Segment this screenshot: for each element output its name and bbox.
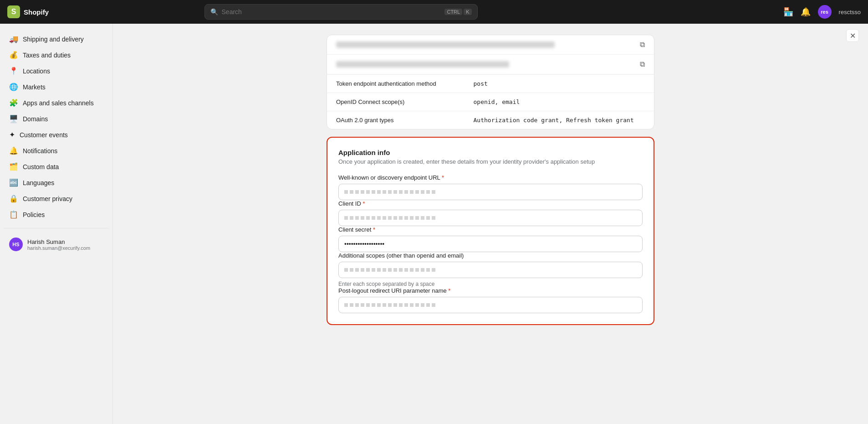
user-name: Harish Suman xyxy=(27,238,90,245)
app-info-subtitle: Once your application is created, enter … xyxy=(338,158,643,165)
sidebar-item-customer-privacy[interactable]: 🔒 Customer privacy xyxy=(4,191,109,207)
close-button[interactable]: ✕ xyxy=(846,29,859,42)
field-label-client-secret: Client secret * xyxy=(338,226,643,233)
field-input-discovery-url[interactable] xyxy=(338,184,643,200)
field-group-post-logout-uri: Post-logout redirect URI parameter name … xyxy=(338,287,643,313)
sidebar-label-domains: Domains xyxy=(23,115,48,123)
customer-privacy-icon: 🔒 xyxy=(9,194,18,203)
search-input[interactable] xyxy=(222,8,441,16)
sidebar-item-customer-events[interactable]: ✦ Customer events xyxy=(4,127,109,143)
field-group-additional-scopes: Additional scopes (other than openid and… xyxy=(338,252,643,287)
user-profile-item[interactable]: HS Harish Suman harish.suman@xecurify.co… xyxy=(4,234,109,255)
search-bar[interactable]: 🔍 CTRL K xyxy=(204,4,478,20)
blurred-value-1 xyxy=(336,41,555,48)
token-info-card: ⧉ ⧉ Token endpoint authentication method… xyxy=(327,35,654,129)
sidebar-item-notifications[interactable]: 🔔 Notifications xyxy=(4,143,109,159)
sidebar-item-custom-data[interactable]: 🗂️ Custom data xyxy=(4,159,109,175)
nav-icons: 🏪 🔔 res resctsso xyxy=(783,5,861,19)
domains-icon: 🖥️ xyxy=(9,114,18,123)
sidebar-item-shipping[interactable]: 🚚 Shipping and delivery xyxy=(4,31,109,47)
k-kbd: K xyxy=(464,9,471,15)
token-blurred-row-2: ⧉ xyxy=(327,55,654,74)
sidebar-item-markets[interactable]: 🌐 Markets xyxy=(4,79,109,95)
taxes-icon: 💰 xyxy=(9,51,18,59)
copy-icon-1[interactable]: ⧉ xyxy=(640,41,645,49)
sidebar-label-markets: Markets xyxy=(23,83,46,91)
sidebar-label-customer-privacy: Customer privacy xyxy=(23,195,72,202)
field-label-client-id: Client ID * xyxy=(338,200,643,207)
sidebar-item-locations[interactable]: 📍 Locations xyxy=(4,63,109,79)
avatar[interactable]: res xyxy=(818,5,832,19)
shopify-logo-icon: S xyxy=(7,5,20,18)
field-group-client-id: Client ID * xyxy=(338,200,643,226)
shopify-logo[interactable]: S Shopify xyxy=(7,5,49,18)
token-table: Token endpoint authentication method pos… xyxy=(327,74,654,129)
app-info-card: Application info Once your application i… xyxy=(327,137,654,325)
user-section: HS Harish Suman harish.suman@xecurify.co… xyxy=(4,228,109,255)
required-marker: * xyxy=(373,226,375,233)
search-kbd: CTRL K xyxy=(444,9,471,15)
field-group-discovery-url: Well-known or discovery endpoint URL * xyxy=(338,174,643,200)
apps-icon: 🧩 xyxy=(9,98,18,107)
store-icon[interactable]: 🏪 xyxy=(783,7,793,17)
required-marker: * xyxy=(448,287,450,294)
sidebar-label-notifications: Notifications xyxy=(23,147,57,155)
app-fields: Well-known or discovery endpoint URL *Cl… xyxy=(338,174,643,313)
field-input-additional-scopes[interactable] xyxy=(338,262,643,278)
sidebar-label-languages: Languages xyxy=(23,179,54,186)
username: resctsso xyxy=(839,9,861,16)
user-avatar: HS xyxy=(9,238,23,251)
field-input-post-logout-uri[interactable] xyxy=(338,297,643,313)
shipping-icon: 🚚 xyxy=(9,35,18,43)
main-layout: 🚚 Shipping and delivery 💰 Taxes and duti… xyxy=(0,24,868,424)
sidebar-item-apps[interactable]: 🧩 Apps and sales channels xyxy=(4,95,109,111)
sidebar-item-taxes[interactable]: 💰 Taxes and duties xyxy=(4,47,109,63)
sidebar-label-custom-data: Custom data xyxy=(23,163,59,171)
sidebar-label-shipping: Shipping and delivery xyxy=(23,36,84,43)
languages-icon: 🔤 xyxy=(9,178,18,187)
token-row-0: Token endpoint authentication method pos… xyxy=(327,75,654,93)
token-blurred-row-1: ⧉ xyxy=(327,35,654,55)
field-hint-additional-scopes: Enter each scope separated by a space xyxy=(338,281,643,287)
ctrl-kbd: CTRL xyxy=(444,9,462,15)
sidebar-label-locations: Locations xyxy=(23,67,50,75)
app-info-title: Application info xyxy=(338,149,643,156)
markets-icon: 🌐 xyxy=(9,83,18,91)
required-marker: * xyxy=(442,174,444,181)
locations-icon: 📍 xyxy=(9,67,18,75)
sidebar-item-policies[interactable]: 📋 Policies xyxy=(4,207,109,222)
app-info-header: Application info Once your application i… xyxy=(338,149,643,165)
field-label-discovery-url: Well-known or discovery endpoint URL * xyxy=(338,174,643,181)
sidebar: 🚚 Shipping and delivery 💰 Taxes and duti… xyxy=(0,24,113,424)
top-nav: S Shopify 🔍 CTRL K 🏪 🔔 res resctsso xyxy=(0,0,868,24)
bell-icon[interactable]: 🔔 xyxy=(801,7,811,17)
sidebar-label-customer-events: Customer events xyxy=(20,131,68,139)
main-content: ⧉ ⧉ Token endpoint authentication method… xyxy=(113,24,868,424)
policies-icon: 📋 xyxy=(9,210,18,219)
sidebar-item-languages[interactable]: 🔤 Languages xyxy=(4,175,109,191)
copy-icon-2[interactable]: ⧉ xyxy=(640,60,645,68)
notifications-icon: 🔔 xyxy=(9,146,18,155)
customer-events-icon: ✦ xyxy=(9,130,15,139)
token-row-1: OpenID Connect scope(s) openid, email xyxy=(327,93,654,111)
sidebar-label-apps: Apps and sales channels xyxy=(23,99,94,107)
blurred-value-2 xyxy=(336,61,509,67)
sidebar-label-taxes: Taxes and duties xyxy=(23,52,71,59)
sidebar-item-domains[interactable]: 🖥️ Domains xyxy=(4,111,109,127)
search-icon: 🔍 xyxy=(210,8,218,16)
token-value-2: Authorization code grant, Refresh token … xyxy=(465,111,654,129)
field-label-additional-scopes: Additional scopes (other than openid and… xyxy=(338,252,643,259)
token-row-2: OAuth 2.0 grant types Authorization code… xyxy=(327,111,654,129)
field-input-client-secret[interactable] xyxy=(338,236,643,252)
user-info: Harish Suman harish.suman@xecurify.com xyxy=(27,238,90,251)
sidebar-nav: 🚚 Shipping and delivery 💰 Taxes and duti… xyxy=(4,31,109,222)
token-label-2: OAuth 2.0 grant types xyxy=(327,111,465,129)
field-input-client-id[interactable] xyxy=(338,210,643,226)
field-group-client-secret: Client secret * xyxy=(338,226,643,252)
token-value-1: openid, email xyxy=(465,93,654,111)
custom-data-icon: 🗂️ xyxy=(9,162,18,171)
token-label-0: Token endpoint authentication method xyxy=(327,75,465,93)
token-label-1: OpenID Connect scope(s) xyxy=(327,93,465,111)
logo-text: Shopify xyxy=(24,8,49,16)
content-wrapper: ⧉ ⧉ Token endpoint authentication method… xyxy=(327,35,654,413)
